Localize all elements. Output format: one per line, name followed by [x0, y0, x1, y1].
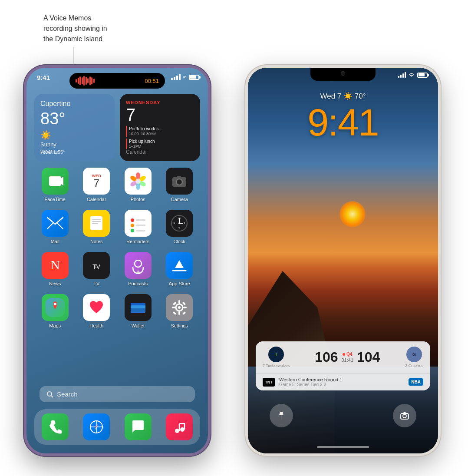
app-row-3: N News  TV TV	[34, 252, 200, 286]
search-icon	[46, 391, 53, 398]
app-appstore[interactable]: App Store	[162, 252, 197, 286]
widgets-row: Cupertino 83° ☀️ Sunny H:84° L:55° Weath…	[34, 94, 200, 161]
app-camera[interactable]: Camera	[162, 168, 197, 202]
svg-point-38	[135, 260, 142, 267]
clock-icon: 12 3 6 9	[166, 210, 193, 237]
svg-rect-49	[131, 308, 145, 312]
dynamic-island[interactable]: 00:51	[69, 73, 165, 89]
svg-rect-26	[136, 230, 145, 231]
app-tv[interactable]:  TV TV	[79, 252, 114, 286]
app-maps[interactable]: Maps	[38, 294, 73, 328]
app-mail[interactable]: Mail	[38, 210, 73, 244]
waveform-icon	[76, 76, 95, 86]
status-bar-right: ≈	[171, 74, 199, 80]
svg-point-43	[54, 303, 56, 305]
battery-icon	[189, 75, 199, 80]
tnt-badge: TNT	[263, 378, 275, 387]
camera-lock-button[interactable]	[393, 404, 416, 427]
svg-point-61	[47, 392, 52, 396]
appstore-label: App Store	[169, 281, 190, 286]
timberwolves-logo: T	[268, 347, 284, 362]
svg-rect-56	[183, 307, 187, 308]
left-phone: 9:41 ≈	[24, 65, 211, 456]
app-health[interactable]: Health	[79, 294, 114, 328]
svg-point-3	[136, 172, 140, 179]
di-voice-memo	[76, 76, 95, 86]
battery-icon-right	[417, 73, 428, 78]
calendar-widget[interactable]: WEDNESDAY 7 Portfolio work s... 10:00–10…	[120, 94, 200, 161]
app-podcasts[interactable]: Podcasts	[121, 252, 155, 286]
svg-point-34	[178, 222, 180, 224]
dock-messages[interactable]	[125, 413, 152, 440]
settings-label: Settings	[171, 323, 188, 328]
score-section: 106 Q4 01:41 104	[294, 349, 401, 365]
reminders-icon	[125, 210, 152, 237]
svg-marker-1	[61, 177, 63, 185]
svg-text:G: G	[412, 352, 416, 357]
podcasts-label: Podcasts	[128, 281, 148, 286]
news-label: News	[49, 281, 61, 286]
app-clock[interactable]: 12 3 6 9 Clock	[162, 210, 197, 244]
right-phone: Wed 7 ☀️ 70° 9:41 T 7 Timberwolves	[245, 65, 441, 456]
weather-city: Cupertino	[40, 100, 109, 108]
app-notes[interactable]: Notes	[79, 210, 114, 244]
facetime-icon	[42, 168, 69, 195]
health-icon	[83, 294, 110, 321]
lock-time: 9:41	[248, 103, 438, 142]
grizzlies-logo: G	[406, 347, 422, 362]
sun-glow	[339, 201, 366, 227]
app-calendar[interactable]: WED 7 Calendar	[79, 168, 114, 202]
svg-point-25	[131, 229, 134, 232]
svg-rect-53	[178, 300, 180, 304]
app-photos[interactable]: Photos	[121, 168, 155, 202]
front-camera	[341, 71, 345, 76]
search-label: Search	[57, 390, 78, 398]
right-phone-screen: Wed 7 ☀️ 70° 9:41 T 7 Timberwolves	[248, 68, 438, 453]
svg-rect-18	[92, 219, 101, 220]
game-info: Western Conference Round 1 Game 5: Serie…	[279, 377, 404, 387]
svg-rect-55	[172, 307, 175, 308]
game-time: 01:41	[341, 357, 353, 363]
app-row-2: Mail Notes	[34, 210, 200, 244]
svg-rect-13	[177, 176, 181, 178]
dock-music[interactable]	[166, 413, 193, 440]
annotation-text: A Voice Memos recording showing in the D…	[43, 13, 107, 44]
calendar-event2: Pick up lunch 1–2PM	[126, 139, 194, 149]
notification-footer: TNT Western Conference Round 1 Game 5: S…	[256, 373, 430, 390]
notes-label: Notes	[90, 239, 103, 244]
mail-icon	[42, 210, 69, 237]
app-news[interactable]: N News	[38, 252, 73, 286]
reminders-label: Reminders	[126, 239, 149, 244]
svg-rect-22	[136, 219, 145, 221]
live-indicator: Q4	[343, 352, 352, 357]
calendar-date: 7	[126, 105, 194, 124]
notch	[310, 68, 376, 81]
team1-score: 106	[315, 349, 338, 365]
right-status-icons	[398, 72, 428, 78]
svg-rect-0	[49, 176, 61, 186]
weather-widget[interactable]: Cupertino 83° ☀️ Sunny H:84° L:55° Weath…	[34, 94, 115, 161]
calendar-app-icon: WED 7	[83, 168, 110, 195]
team1-seed: 7 Timberwolves	[263, 364, 290, 368]
notification-card[interactable]: T 7 Timberwolves 106 Q4 01:41	[256, 341, 430, 390]
app-grid: FaceTime WED 7 Calendar	[34, 168, 200, 336]
weather-label: Weather	[40, 149, 60, 155]
camera-label: Camera	[171, 197, 188, 202]
dock-safari[interactable]	[83, 413, 110, 440]
app-settings[interactable]: Settings	[162, 294, 197, 328]
app-facetime[interactable]: FaceTime	[38, 168, 73, 202]
app-row-1: FaceTime WED 7 Calendar	[34, 168, 200, 202]
settings-icon	[166, 294, 193, 321]
wifi-icon: ≈	[183, 74, 186, 80]
dock	[34, 409, 200, 445]
search-bar[interactable]: Search	[40, 386, 195, 402]
svg-rect-80	[403, 412, 406, 414]
svg-rect-24	[136, 225, 145, 226]
app-reminders[interactable]: Reminders	[121, 210, 155, 244]
app-wallet[interactable]: Wallet	[121, 294, 155, 328]
svg-point-79	[403, 414, 406, 418]
flashlight-button[interactable]	[270, 404, 293, 427]
tv-label: TV	[93, 281, 99, 286]
dock-phone[interactable]	[42, 413, 69, 440]
svg-point-69	[180, 427, 185, 432]
